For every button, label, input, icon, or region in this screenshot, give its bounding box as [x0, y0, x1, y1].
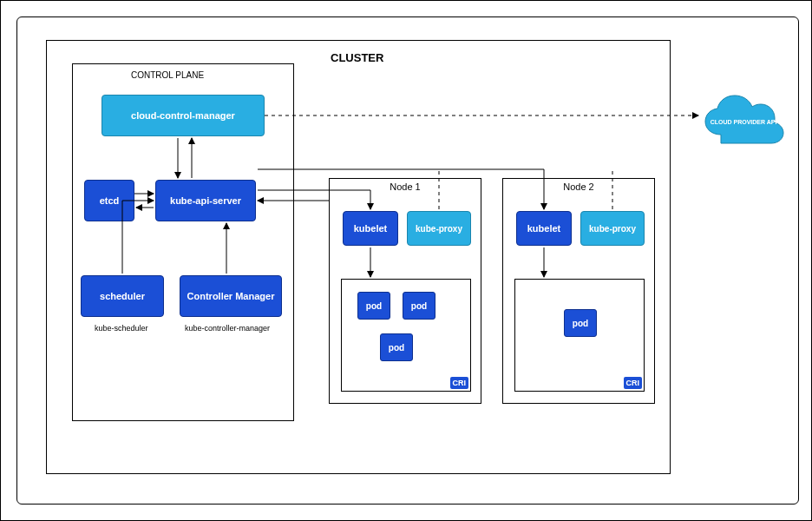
node2-kube-proxy-label: kube-proxy — [589, 224, 636, 234]
controller-manager-box: Controller Manager — [180, 275, 282, 317]
cluster-title: CLUSTER — [331, 51, 383, 64]
node-1-title: Node 1 — [390, 178, 420, 192]
node2-cri-label: CRI — [624, 377, 643, 389]
diagram-canvas: CLUSTER CONTROL PLANE cloud-control-mana… — [0, 0, 812, 521]
node2-pods-box: pod CRI — [514, 279, 645, 392]
node1-kubelet-label: kubelet — [354, 223, 388, 234]
cloud-control-manager-box: cloud-control-manager — [102, 95, 265, 136]
node1-kube-proxy-label: kube-proxy — [416, 224, 462, 234]
kube-api-server-box: kube-api-server — [155, 180, 256, 221]
etcd-box: etcd — [84, 180, 134, 221]
node2-kubelet-label: kubelet — [527, 223, 561, 234]
node1-pod-3: pod — [380, 333, 413, 361]
node2-kubelet-box: kubelet — [516, 211, 572, 246]
node2-pod-1: pod — [564, 309, 597, 337]
cloud-api-label: CLOUD PROVIDER API — [700, 95, 787, 148]
node1-pod-2: pod — [403, 292, 435, 320]
node1-pod-1: pod — [357, 292, 390, 320]
api-label: kube-api-server — [170, 195, 241, 206]
scheduler-label: scheduler — [100, 291, 145, 301]
cloud-provider-api-icon: CLOUD PROVIDER API — [700, 95, 787, 148]
kube-controller-caption: kube-controller-manager — [185, 324, 270, 333]
node1-pods-box: pod pod pod CRI — [341, 279, 471, 392]
kube-scheduler-caption: kube-scheduler — [95, 324, 148, 333]
node1-kubelet-box: kubelet — [343, 211, 398, 246]
control-plane-label: CONTROL PLANE — [131, 70, 204, 80]
node1-kube-proxy-box: kube-proxy — [407, 211, 471, 246]
node2-kube-proxy-box: kube-proxy — [580, 211, 645, 246]
ccm-label: cloud-control-manager — [131, 110, 235, 121]
node1-cri-label: CRI — [450, 377, 469, 389]
controller-manager-label: Controller Manager — [187, 291, 275, 301]
scheduler-box: scheduler — [81, 275, 164, 317]
etcd-label: etcd — [100, 195, 120, 206]
node-2-title: Node 2 — [563, 178, 593, 192]
